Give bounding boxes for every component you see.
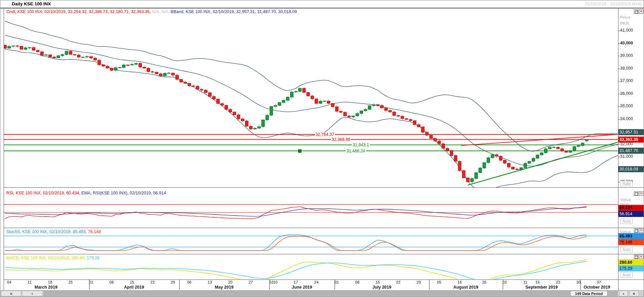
axis-unit-pkr: PKR (620, 21, 629, 26)
price-alert-line-label[interactable]: 31,943.1 (352, 143, 370, 147)
rsi-ema-legend-text[interactable]: EMA, RSI(KSE 100 INX), 02/10/2019, 56.91… (81, 191, 166, 195)
chart-canvas[interactable] (0, 0, 644, 297)
scroll-next-button[interactable]: › (619, 291, 628, 296)
x-axis-day-label: 22 (396, 280, 401, 284)
price-value-box: 32,363.35 (618, 137, 644, 143)
rsi-auto-button[interactable]: Auto (620, 219, 633, 224)
price-alert-line-label[interactable]: 32,764.37 (315, 132, 335, 137)
y-axis-tick-mark (618, 182, 620, 182)
stoch-k-legend-text[interactable]: StochS, KSE 100 INX, 02/10/2019, 85.493, (6, 229, 88, 234)
y-axis-tick-mark (618, 157, 620, 157)
na-legend: N/A, N/A, (151, 9, 170, 14)
stoch-legend[interactable]: StochS, KSE 100 INX, 02/10/2019, 85.493,… (6, 229, 101, 234)
x-axis-day-label: 29 (171, 280, 175, 284)
rsi-legend-text[interactable]: RSI, KSE 100 INX, 02/10/2019, 60.434, (6, 191, 81, 195)
bband-legend[interactable]: BBand, KSE 100 INX, 02/10/2019, 32,957.3… (169, 9, 297, 14)
y-axis-tick-mark (618, 119, 620, 119)
scroll-prev-button[interactable]: ‹ (22, 291, 43, 296)
restore-icon[interactable] (634, 255, 638, 259)
y-axis-tick-mark (618, 56, 620, 56)
y-axis-tick-mark (618, 81, 620, 81)
x-axis-day-label: 15 (130, 280, 134, 284)
price-value-box: 30,018.09 (618, 166, 644, 172)
y-axis-tick-label: 31,000 (620, 154, 633, 159)
restore-icon[interactable] (634, 228, 638, 233)
panel-separator-rsi[interactable] (4, 187, 644, 188)
scroll-first-button[interactable]: « (1, 291, 21, 296)
price-alert-line-label[interactable]: 32,366.99 (331, 137, 351, 142)
panel-separator-stoch[interactable] (4, 228, 644, 228)
scrollbar-thumb[interactable] (43, 291, 618, 296)
chart-window: Daily KSE 100 INX 01/03/2019 - 11/10/201… (0, 0, 644, 297)
x-axis-day-label: 03 (269, 280, 273, 284)
rsi-axis-title: Value (620, 197, 631, 202)
x-axis-day-label: 15 (376, 280, 380, 284)
y-axis-tick-label: 38,000 (620, 66, 633, 71)
month-separator-tick (179, 280, 180, 290)
stoch-auto-button[interactable]: Auto (620, 247, 633, 252)
title-bar: Daily KSE 100 INX 01/03/2019 - 11/10/201… (0, 0, 644, 8)
price-alert-line-label[interactable]: 31,466.24 (346, 149, 366, 153)
x-axis-month-label: August 2019 (453, 285, 478, 290)
x-axis-day-label: 06 (187, 280, 192, 284)
restore-icon[interactable] (634, 9, 638, 14)
macd-value-box: 175.29 (618, 265, 644, 271)
close-icon[interactable]: ✕ (639, 228, 643, 233)
data-period-badge[interactable]: 149 Data Period (570, 291, 607, 296)
x-axis-day-label: 29 (417, 280, 421, 284)
x-axis-month-label: March 2019 (35, 285, 58, 290)
y-axis-tick-mark (618, 106, 620, 107)
y-axis-tick-label: 34,000 (620, 116, 633, 121)
x-axis-day-label: 30 (576, 280, 581, 284)
x-axis-day-label: 08 (355, 280, 359, 284)
macd-signal-legend-text[interactable]: 175.29 (87, 256, 100, 260)
rsi-panel-buttons: ✕ (634, 191, 643, 196)
y-axis-tick-mark (618, 144, 620, 145)
axis-title-price: Price (620, 15, 631, 20)
y-axis-tick-label: 35,000 (620, 104, 633, 108)
panel-separator-macd[interactable] (4, 254, 644, 254)
rsi-value-box: 60.434 (618, 205, 644, 211)
y-axis-tick-label: 37,000 (620, 78, 633, 83)
chart-title: Daily KSE 100 INX (12, 1, 51, 6)
x-axis-day-label: 11 (523, 280, 527, 284)
scroll-last-button[interactable]: » (629, 291, 639, 296)
stoch-value-box: 85.493 (618, 233, 644, 239)
y-axis-tick-mark (618, 94, 620, 94)
macd-value-box: 280.60 (618, 259, 644, 265)
y-axis-tick-mark (618, 43, 620, 44)
rsi-value-box: 56.914 (618, 211, 644, 217)
month-separator-tick (429, 280, 429, 290)
stoch-d-legend-text[interactable]: 76.148 (88, 229, 101, 234)
x-axis-month-label: September 2019 (526, 285, 558, 290)
stoch-value-box: 76.148 (618, 239, 644, 245)
candle-legend[interactable]: Cndl, KSE 100 INX, 02/10/2019, 32,254.32… (6, 9, 151, 14)
x-axis-day-label: 04 (7, 280, 11, 284)
x-axis-day-label: 08 (109, 280, 114, 284)
y-axis-tick-label: 39,000 (620, 53, 633, 58)
close-icon[interactable]: ✕ (639, 191, 643, 196)
x-axis-day-label: 17 (294, 280, 298, 284)
close-icon[interactable]: ✕ (639, 9, 643, 14)
y-axis-tick-label: 41,000 (620, 28, 633, 33)
x-axis-day-label: 25 (68, 280, 73, 284)
x-axis-day-label: 27 (249, 280, 253, 284)
x-axis-month-label: April 2019 (124, 285, 144, 290)
x-axis-month-label: October 2019 (583, 285, 610, 290)
x-axis-day-label: 07 (597, 280, 601, 284)
macd-legend[interactable]: MACD, KSE 100 INX, 02/10/2019, 280.60, 1… (6, 256, 100, 260)
price-legend[interactable]: Cndl, KSE 100 INX, 02/10/2019, 32,254.32… (6, 9, 297, 14)
x-axis-day-label: 16 (458, 280, 462, 284)
x-axis-day-label: 10 (273, 280, 277, 284)
close-icon[interactable]: ✕ (639, 255, 643, 259)
x-axis-day-label: 01 (335, 280, 339, 284)
price-value-box: 32,957.31 (618, 129, 644, 135)
rsi-legend[interactable]: RSI, KSE 100 INX, 02/10/2019, 60.434, EM… (6, 191, 166, 195)
price-auto-button[interactable]: Auto (620, 181, 633, 186)
xaxis-border (4, 280, 644, 280)
x-axis-day-label: 23 (556, 280, 560, 284)
restore-icon[interactable] (634, 191, 638, 196)
macd-legend-text[interactable]: MACD, KSE 100 INX, 02/10/2019, 280.60, (6, 256, 87, 260)
macd-auto-button[interactable]: Auto (620, 272, 633, 278)
price-value-box: 31,487.70 (618, 148, 644, 154)
